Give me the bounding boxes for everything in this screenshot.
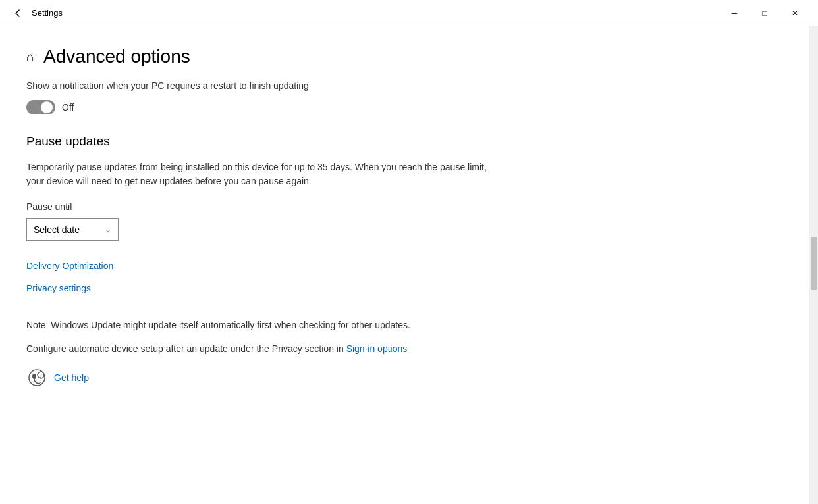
scrollbar-track[interactable] — [809, 26, 818, 504]
sign-in-options-link[interactable]: Sign-in options — [346, 343, 408, 354]
pause-until-label: Pause until — [26, 201, 782, 212]
delivery-optimization-link[interactable]: Delivery Optimization — [26, 261, 782, 271]
note1-text: Note: Windows Update might update itself… — [26, 320, 487, 330]
links-section: Delivery Optimization Privacy settings — [26, 261, 782, 293]
window-controls: ─ □ ✕ — [719, 0, 810, 26]
notification-toggle[interactable] — [26, 100, 55, 114]
select-date-dropdown[interactable]: Select date ⌄ — [26, 218, 119, 241]
note2-text: Configure automatic device setup after a… — [26, 343, 487, 354]
svg-point-1 — [32, 374, 36, 379]
maximize-button[interactable]: □ — [750, 0, 780, 26]
minimize-button[interactable]: ─ — [719, 0, 750, 26]
page-title: Advanced options — [43, 46, 190, 67]
note2-prefix: Configure automatic device setup after a… — [26, 343, 346, 354]
scrollbar-thumb[interactable] — [811, 237, 817, 290]
privacy-settings-link[interactable]: Privacy settings — [26, 283, 782, 293]
get-help-link[interactable]: Get help — [54, 372, 89, 383]
close-button[interactable]: ✕ — [780, 0, 810, 26]
back-button[interactable] — [8, 3, 28, 23]
notification-description: Show a notification when your PC require… — [26, 80, 782, 91]
pause-updates-description: Temporarily pause updates from being ins… — [26, 161, 487, 188]
toggle-label: Off — [62, 102, 74, 113]
title-bar: Settings ─ □ ✕ — [0, 0, 818, 26]
home-icon[interactable]: ⌂ — [26, 49, 34, 64]
svg-text:?: ? — [40, 373, 42, 379]
pause-updates-heading: Pause updates — [26, 134, 782, 149]
content-area: ⌂ Advanced options Show a notification w… — [0, 26, 809, 504]
main-container: ⌂ Advanced options Show a notification w… — [0, 26, 818, 504]
chevron-down-icon: ⌄ — [105, 225, 111, 234]
toggle-knob — [41, 101, 53, 113]
get-help-row: ? Get help — [26, 367, 782, 388]
help-icon: ? — [26, 367, 47, 388]
window-title: Settings — [32, 8, 63, 18]
toggle-row: Off — [26, 100, 782, 114]
page-header: ⌂ Advanced options — [26, 46, 782, 67]
dropdown-text: Select date — [34, 224, 80, 235]
